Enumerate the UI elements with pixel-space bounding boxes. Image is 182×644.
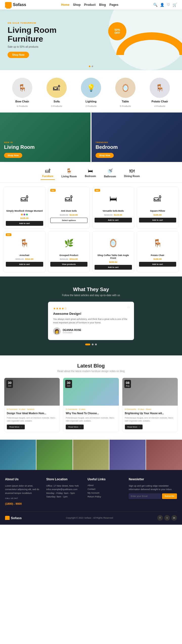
instagram-item-3[interactable] xyxy=(73,440,109,470)
navbar: Sofass Home Shop Product Blog Pages 🔍 👤 … xyxy=(0,0,182,10)
categories-section: 🪑 Bow Chair 6 Products 🛋 Sofa 3 Products… xyxy=(0,70,182,113)
cart-icon[interactable]: 🛒 xyxy=(173,3,177,7)
blog-card-2: 08 Aug 0 Comments · 0 Likes · Room Brigh… xyxy=(122,378,178,432)
nav-product[interactable]: Product xyxy=(84,3,96,7)
color-dot[interactable] xyxy=(26,214,28,215)
tab-living-room[interactable]: 🪑 Living Room xyxy=(60,168,78,180)
products-grid: 🛋 Simply Woollock Vintage Mustard $125.0… xyxy=(4,187,178,272)
category-icon-potato-chair: 🪑 xyxy=(150,78,170,98)
category-count-table: 5 Products xyxy=(120,105,131,107)
product-name-1: Anti Dust Sofa xyxy=(61,210,77,213)
footer-hotline-label: CALL US 24/7 xyxy=(5,497,41,500)
banner-living-room: NEW IN Living Room Shop Now xyxy=(0,113,90,162)
product-card-6: 🪞 Sling Coffee Table Oak Angle Front $23… xyxy=(92,231,134,272)
category-lighting[interactable]: 💡 Lighting 2 Products xyxy=(81,78,101,107)
footer-store-hours: Monday - Friday: 9am - 5pm Saturday: 9am… xyxy=(46,491,82,499)
newsletter-email-input[interactable] xyxy=(129,493,161,499)
search-icon[interactable]: 🔍 xyxy=(153,3,157,7)
user-icon[interactable]: 👤 xyxy=(160,3,164,7)
banner-bedroom: TRENDING Bedroom Shop Now xyxy=(92,113,182,162)
hero-dot-2[interactable] xyxy=(92,66,93,67)
blog-date-0: 30 Jun xyxy=(6,380,13,388)
product-name-6: Sling Coffee Table Oak Angle Front xyxy=(95,254,132,260)
category-bow-chair[interactable]: 🪑 Bow Chair 6 Products xyxy=(12,78,32,107)
category-count-sofa: 3 Products xyxy=(51,105,62,107)
blog-section: Latest Blog Read about the latest modern… xyxy=(0,355,182,440)
category-table[interactable]: 🪞 Table 5 Products xyxy=(115,78,135,107)
testimonial-heading: Awesome Design! xyxy=(53,312,129,316)
product-image-4: 🪑 xyxy=(6,234,43,252)
instagram-strip xyxy=(0,440,182,470)
banner-btn-1[interactable]: Shop Now xyxy=(4,153,22,158)
blog-btn-1[interactable]: Read More → xyxy=(66,425,84,429)
brand-logo[interactable]: Sofass xyxy=(5,2,26,8)
nav-blog[interactable]: Blog xyxy=(99,3,106,7)
add-to-cart-0[interactable]: Add to cart xyxy=(6,221,43,226)
product-price-4: $355.00 $312.00 xyxy=(15,258,33,260)
footer-about-text: Lorem ipsum dolor sit amet, consectetur … xyxy=(5,484,41,495)
logo-icon xyxy=(5,2,12,8)
hero-cta-button[interactable]: Shop Now xyxy=(8,52,29,58)
wishlist-icon[interactable]: ♡ xyxy=(167,3,170,7)
instagram-item-5[interactable] xyxy=(146,440,182,470)
category-sofa[interactable]: 🛋 Sofa 3 Products xyxy=(47,78,67,107)
view-products-5[interactable]: View products xyxy=(50,262,88,267)
tab-bedroom[interactable]: 🛏 Bedroom xyxy=(83,168,98,180)
add-to-cart-4[interactable]: Add to cart xyxy=(6,262,43,267)
footer-link-account[interactable]: My Account xyxy=(87,492,124,494)
product-price-2: $244.00 $115.00 xyxy=(104,214,122,216)
add-to-cart-2[interactable]: Add to cart xyxy=(95,218,132,222)
testimonial-nav-dot-1[interactable] xyxy=(85,344,90,345)
tab-bathroom[interactable]: 🚿 Bathroom xyxy=(102,168,117,180)
twitter-icon[interactable]: t xyxy=(164,515,170,521)
blog-title-2: Brightening Up Your House wit... xyxy=(125,412,175,415)
product-badge-1: Hot xyxy=(50,189,56,192)
testimonial-nav-dot-2[interactable] xyxy=(92,344,94,345)
product-card-3: 🛋 Square Pillow $190.00 Add to cart xyxy=(137,187,179,229)
blog-section-sub: Read about the latest modern furniture d… xyxy=(4,370,178,373)
blog-section-title: Latest Blog xyxy=(4,363,178,369)
hero-dot-1[interactable] xyxy=(89,66,90,67)
product-card-2: Hot 🛏 Versatile Sofa Beds $244.00 $115.0… xyxy=(92,187,134,229)
product-name-2: Versatile Sofa Beds xyxy=(103,210,124,213)
facebook-icon[interactable]: f xyxy=(157,515,163,521)
instagram-icon[interactable]: in xyxy=(171,515,177,521)
testimonial-stars: ★★★★☆ xyxy=(53,307,129,310)
footer-link-contact[interactable]: Contact xyxy=(87,488,124,490)
tab-label-dining: Dining Room xyxy=(124,175,140,178)
add-to-cart-6[interactable]: Add to cart xyxy=(95,265,132,270)
tab-dining-room[interactable]: 🍽 Dining Room xyxy=(123,168,141,180)
tab-label-bedroom: Bedroom xyxy=(85,175,96,178)
newsletter-subscribe-button[interactable]: Subscribe xyxy=(162,493,177,499)
color-dot[interactable] xyxy=(21,214,23,215)
blog-card-0: 30 Jun 0 Comment · 0 Likes · furniture D… xyxy=(4,378,60,432)
blog-btn-0[interactable]: Read More → xyxy=(7,425,25,429)
color-dot[interactable] xyxy=(24,214,25,215)
category-potato-chair[interactable]: 🪑 Potato Chair 4 Products xyxy=(150,78,170,107)
instagram-item-4[interactable] xyxy=(109,440,145,470)
footer: About Us Lorem ipsum dolor sit amet, con… xyxy=(0,470,182,525)
nav-shop[interactable]: Shop xyxy=(73,3,81,7)
instagram-item-1[interactable] xyxy=(0,440,36,470)
testimonial-section-title: What They Say xyxy=(8,287,174,292)
select-options-1[interactable]: Select options xyxy=(50,218,88,223)
add-to-cart-7[interactable]: Add to cart xyxy=(139,262,176,267)
tab-furniture[interactable]: 🛋 Furniture xyxy=(41,168,55,180)
blog-btn-2[interactable]: Read More → xyxy=(125,425,143,429)
category-count-potato-chair: 4 Products xyxy=(154,105,165,107)
footer-store-email: infos.example@qualitrans.com xyxy=(46,488,82,491)
instagram-item-2[interactable] xyxy=(36,440,72,470)
product-price-3: $190.00 xyxy=(153,214,162,216)
product-card-7: 🪑 Potato Chair $158.00 Add to cart xyxy=(137,231,179,272)
testimonial-nav-dot-3[interactable] xyxy=(95,344,97,345)
footer-logo-icon xyxy=(5,516,10,520)
add-to-cart-3[interactable]: Add to cart xyxy=(139,218,176,222)
footer-link-return[interactable]: Return Policy xyxy=(87,495,124,498)
testimonial-text: You always want great upholstery, and th… xyxy=(53,318,129,324)
nav-home[interactable]: Home xyxy=(61,3,69,7)
product-name-3: Square Pillow xyxy=(150,210,165,213)
hero-badge: 50% OFF xyxy=(108,22,126,40)
nav-pages[interactable]: Pages xyxy=(109,3,118,7)
banner-btn-2[interactable]: Shop Now xyxy=(96,153,114,158)
footer-link-about[interactable]: About xyxy=(87,484,124,487)
